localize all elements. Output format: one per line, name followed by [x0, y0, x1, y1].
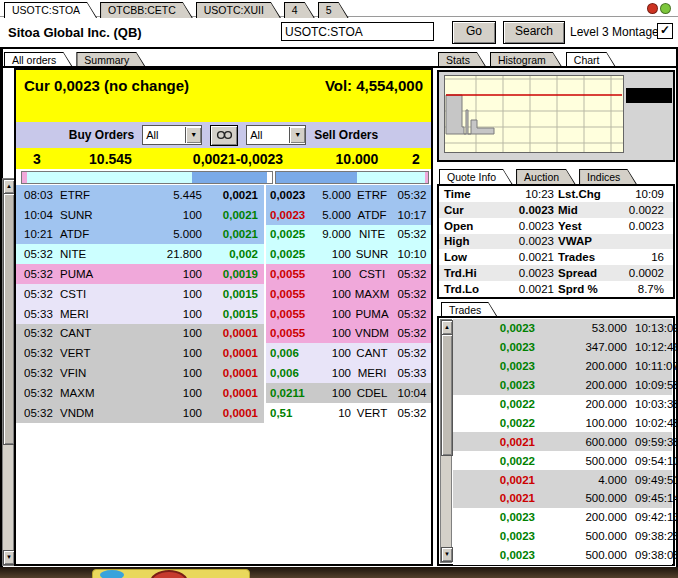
buy-order-row[interactable]: 08:03 ETRF 5.445 0,0021: [16, 185, 264, 205]
buy-order-row[interactable]: 05:32 CSTI 100 0,0015: [16, 284, 264, 304]
scroll-thumb[interactable]: [441, 334, 453, 456]
price-area: [446, 95, 494, 134]
bid-ask-spread: 0,0021-0,0023: [163, 151, 313, 167]
trade-time: 10:12:46: [635, 341, 678, 353]
sell-filter-dropdown[interactable]: All ▼: [246, 125, 306, 145]
order-price: 0,002: [202, 248, 264, 260]
chart-y-axis: [626, 73, 672, 149]
messenger-icon[interactable]: [100, 570, 124, 578]
quote-label: Yest: [558, 220, 624, 232]
sell-order-row[interactable]: 0,006 100 MERI 05:33: [266, 363, 431, 383]
order-price: 0,0211: [266, 387, 320, 399]
quote-label: Sprd %: [558, 283, 624, 295]
window-tab[interactable]: 4: [284, 2, 315, 18]
order-size: 21.800: [108, 248, 202, 260]
quote-tab[interactable]: Auction: [516, 169, 576, 185]
buy-order-row[interactable]: 10:04 SUNR 100 0,0021: [16, 205, 264, 225]
sell-book-column: 0,0023 5.000 ETRF 05:32 0,0023 5.000 ATD…: [266, 185, 431, 423]
scroll-up-icon[interactable]: ▲: [441, 320, 453, 335]
buy-order-row[interactable]: 05:32 VERT 100 0,0001: [16, 343, 264, 363]
quote-info-row: Cur 0.0023 Mid 0.0022: [439, 202, 673, 218]
quote-tab[interactable]: Indices: [579, 169, 637, 185]
sell-order-row[interactable]: 0,006 100 CANT 05:32: [266, 343, 431, 363]
order-time: 05:32: [393, 347, 431, 359]
scroll-down-icon[interactable]: ▼: [441, 547, 453, 562]
buy-order-row[interactable]: 05:32 PUMA 100 0,0019: [16, 264, 264, 284]
order-size: 5.445: [108, 189, 202, 201]
order-size: 100: [108, 209, 202, 221]
market-maker-id: PUMA: [351, 308, 393, 320]
sell-order-row[interactable]: 0,0055 100 CSTI 05:32: [266, 264, 431, 284]
search-button[interactable]: Search: [503, 21, 565, 44]
quote-label: Spread: [558, 267, 624, 279]
chevron-down-icon[interactable]: ▼: [185, 127, 201, 143]
quote-label: High: [444, 235, 492, 247]
buy-filter-dropdown[interactable]: All ▼: [142, 125, 202, 145]
sell-order-row[interactable]: 0,0055 100 MAXM 05:32: [266, 284, 431, 304]
order-time: 05:33: [16, 308, 60, 320]
level3-checkbox[interactable]: ✓: [657, 23, 673, 39]
buy-orders-label: Buy Orders: [69, 128, 134, 142]
market-maker-id: CDEL: [351, 387, 393, 399]
sell-order-row[interactable]: 0,0023 5.000 ATDF 10:17: [266, 205, 431, 225]
buy-order-row[interactable]: 05:32 VFIN 100 0,0001: [16, 363, 264, 383]
trades-scrollbar[interactable]: ▲ ▼: [440, 319, 452, 563]
quote-label: Mid: [558, 204, 624, 216]
buy-order-row[interactable]: 05:33 MERI 100 0,0015: [16, 304, 264, 324]
window-tab[interactable]: USOTC:XUII: [196, 2, 281, 18]
quote-label: Trd.Hi: [444, 267, 492, 279]
trade-row: 0,0021 4.000 09:49:51: [453, 470, 672, 489]
quote-label: Open: [444, 220, 492, 232]
quote-label: Time: [444, 188, 492, 200]
sell-order-row[interactable]: 0,0025 9.000 NITE 05:32: [266, 225, 431, 245]
trade-price: 0,0021: [453, 436, 543, 448]
order-size: 100: [108, 347, 202, 359]
buy-order-row[interactable]: 10:21 ATDF 5.000 0,0021: [16, 225, 264, 245]
quote-info-panel: Time 10:23 Lst.Chg 10:09 Cur 0.0023 Mid …: [437, 184, 675, 299]
sell-order-row[interactable]: 0,51 10 VERT 05:32: [266, 403, 431, 423]
symbol-input[interactable]: [281, 22, 434, 41]
quote-value: 0.0023: [624, 220, 668, 232]
buy-order-row[interactable]: 05:32 NITE 21.800 0,002: [16, 244, 264, 264]
window-tab[interactable]: USOTC:STOA: [4, 2, 97, 18]
current-price-text: Cur 0,0023 (no change): [24, 77, 189, 94]
window-close-dot-icon[interactable]: [647, 3, 658, 14]
quote-tab[interactable]: Quote Info: [439, 169, 513, 185]
sell-order-row[interactable]: 0,0055 100 PUMA 05:32: [266, 304, 431, 324]
order-size: 100: [320, 248, 351, 260]
buy-order-row[interactable]: 05:32 MAXM 100 0,0001: [16, 383, 264, 403]
trade-size: 500.000: [543, 549, 635, 561]
trade-row: 0,0023 53.000 10:13:09: [453, 319, 672, 338]
order-size: 100: [320, 347, 351, 359]
sell-order-row[interactable]: 0,0211 100 CDEL 10:04: [266, 383, 431, 403]
page-title: Sitoa Global Inc. (QB): [8, 25, 142, 40]
order-price: 0,0001: [202, 347, 264, 359]
window-minimize-dot-icon[interactable]: [660, 3, 671, 14]
sell-depth-bar: [275, 171, 429, 184]
buy-order-row[interactable]: 05:32 VNDM 100 0,0001: [16, 403, 264, 423]
link-filters-button[interactable]: [210, 125, 238, 146]
buy-order-row[interactable]: 05:32 CANT 100 0,0001: [16, 324, 264, 344]
window-tab[interactable]: 5: [318, 2, 349, 18]
depth-segment: [192, 172, 267, 183]
go-button[interactable]: Go: [452, 21, 496, 44]
quote-value: 16: [624, 251, 668, 263]
sell-order-row[interactable]: 0,0025 100 SUNR 10:10: [266, 244, 431, 264]
sell-order-row[interactable]: 0,0055 100 VNDM 05:32: [266, 324, 431, 344]
trade-price: 0,0023: [453, 530, 543, 542]
market-maker-id: SUNR: [60, 209, 108, 221]
quote-info-row: Open 0.0023 Yest 0.0023: [439, 218, 673, 234]
quote-value: 8.7%: [624, 283, 668, 295]
market-maker-id: ATDF: [351, 209, 393, 221]
order-book: 08:03 ETRF 5.445 0,0021 10:04 SUNR 100 0…: [16, 185, 431, 423]
book-scrollbar[interactable]: ▲ ▼: [2, 178, 14, 566]
trade-price: 0,0021: [453, 474, 543, 486]
trade-row: 0,0021 600.000 09:59:38: [453, 432, 672, 451]
sell-order-row[interactable]: 0,0023 5.000 ETRF 05:32: [266, 185, 431, 205]
chevron-down-icon[interactable]: ▼: [289, 127, 305, 143]
market-maker-id: CANT: [60, 327, 108, 339]
trade-time: 09:49:51: [635, 474, 678, 486]
trades-list: 0,0023 53.000 10:13:09 0,0023 347.000 10…: [453, 319, 672, 565]
window-tab[interactable]: OTCBB:CETC: [100, 2, 193, 18]
market-maker-id: PUMA: [60, 268, 108, 280]
